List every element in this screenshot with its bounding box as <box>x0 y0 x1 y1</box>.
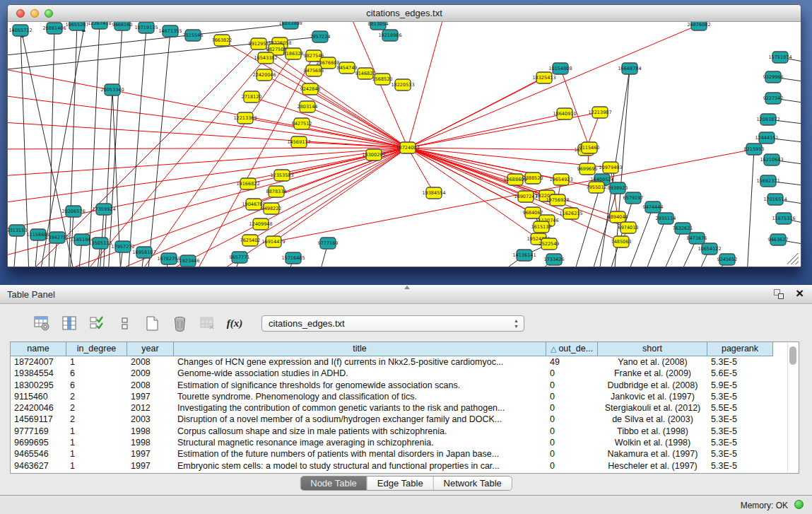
table-cell[interactable]: 5.3E-5 <box>707 414 773 425</box>
graph-node[interactable]: 9242848 <box>300 83 321 95</box>
graph-node[interactable]: 8186328 <box>283 48 304 59</box>
graph-node[interactable]: 6579197 <box>623 192 644 204</box>
column-header-out-de-[interactable]: △out_de... <box>546 342 598 356</box>
column-header-pagerank[interactable]: pagerank <box>707 342 773 356</box>
table-cell[interactable]: 1 <box>66 426 127 437</box>
graph-node[interactable]: 12213369 <box>233 112 257 124</box>
graph-node[interactable]: 11675316 <box>772 213 795 224</box>
table-cell[interactable]: 2 <box>66 391 127 402</box>
table-row[interactable]: 911546021997Tourette syndrome. Phenomeno… <box>11 391 799 402</box>
graph-node[interactable]: 2522549 <box>539 238 560 250</box>
graph-node[interactable]: 8475685 <box>304 65 324 76</box>
table-cell[interactable]: 2009 <box>127 368 174 379</box>
tab-network-table[interactable]: Network Table <box>433 477 512 490</box>
table-cell[interactable]: 1 <box>66 437 127 448</box>
graph-edge[interactable] <box>266 58 408 148</box>
table-cell[interactable]: 1997 <box>127 391 174 402</box>
graph-node[interactable]: 8454749 <box>337 62 358 74</box>
column-header-name[interactable]: name <box>11 342 66 356</box>
table-cell[interactable]: 5.9E-5 <box>707 380 773 391</box>
graph-node[interactable]: 16914479 <box>261 236 285 247</box>
graph-node[interactable]: 17016514 <box>763 194 787 205</box>
graph-node[interactable]: 19654923 <box>549 174 572 185</box>
table-source-dropdown[interactable]: citations_edges.txt▲▼ <box>261 315 524 332</box>
table-cell[interactable]: 14569117 <box>11 414 66 425</box>
graph-node[interactable]: 7663822 <box>212 35 233 46</box>
graph-node[interactable]: 9657771 <box>230 252 250 263</box>
table-cell[interactable]: de Silva et al. (2003) <box>598 414 707 425</box>
graph-node[interactable]: 10655287 <box>65 22 88 30</box>
table-cell[interactable]: 19384554 <box>11 368 66 379</box>
graph-node[interactable]: 9313153 <box>8 225 27 236</box>
graph-edge[interactable] <box>627 207 653 267</box>
table-row[interactable]: 946554611997Estimation of the future num… <box>11 448 799 460</box>
table-row[interactable]: 946362711997Embryonic stem cells: a mode… <box>11 460 799 472</box>
graph-node[interactable]: 8471676 <box>687 233 707 244</box>
table-cell[interactable]: 0 <box>546 414 598 425</box>
graph-node[interactable]: 19218986 <box>378 30 401 41</box>
import-table-disabled-icon[interactable] <box>198 314 216 332</box>
float-panel-icon[interactable] <box>774 289 784 299</box>
graph-node[interactable]: 8427512 <box>292 118 312 129</box>
vertical-scrollbar[interactable] <box>787 342 798 473</box>
graph-node[interactable]: 7625402 <box>240 235 261 246</box>
table-cell[interactable]: 9777169 <box>11 426 66 437</box>
table-cell[interactable]: Stergiakouli et al. (2012) <box>598 402 707 414</box>
graph-node[interactable]: 8215953 <box>744 144 765 155</box>
network-graph[interactable]: 1405571220891406106552871226741894661601… <box>8 22 801 267</box>
table-cell[interactable]: 1 <box>66 448 127 460</box>
graph-node[interactable]: 20891406 <box>42 23 66 34</box>
table-cell[interactable]: Dudbridge et al. (2008) <box>598 380 707 391</box>
graph-node[interactable]: 10979493 <box>599 162 622 173</box>
graph-node[interactable]: 16648784 <box>618 63 641 74</box>
table-cell[interactable]: Nakamura et al. (1997) <box>598 448 707 460</box>
graph-node[interactable]: 9245652 <box>717 254 738 265</box>
column-header-title[interactable]: title <box>174 342 546 356</box>
table-cell[interactable]: 1997 <box>127 448 174 460</box>
graph-edge[interactable] <box>408 148 586 150</box>
column-header-year[interactable]: year <box>127 342 174 356</box>
row-check-icon[interactable] <box>88 314 106 332</box>
table-cell[interactable]: Structural magnetic resonance image aver… <box>174 437 546 448</box>
column-header-in-degree[interactable]: in_degree <box>66 342 127 356</box>
graph-node[interactable]: 8813054 <box>368 22 389 30</box>
table-cell[interactable]: 9115460 <box>11 391 66 402</box>
graph-node[interactable]: 9699695 <box>577 163 598 175</box>
table-cell[interactable]: Genome-wide association studies in ADHD. <box>174 368 546 379</box>
graph-node[interactable]: 15692371 <box>756 175 779 187</box>
table-cell[interactable]: 0 <box>546 448 598 460</box>
graph-edge[interactable] <box>252 97 408 148</box>
table-cell[interactable]: 2003 <box>127 414 174 425</box>
table-cell[interactable]: 0 <box>546 391 598 402</box>
graph-node[interactable]: 2803144 <box>298 101 318 112</box>
graph-edge[interactable] <box>8 148 408 149</box>
graph-node[interactable]: 14671355 <box>158 25 182 37</box>
table-cell[interactable]: 0 <box>546 368 598 379</box>
column-select-icon[interactable] <box>60 314 78 332</box>
table-cell[interactable]: 18300295 <box>11 380 66 391</box>
graph-node[interactable]: 2935114 <box>656 213 676 224</box>
graph-node[interactable]: 19384554 <box>422 187 445 199</box>
table-cell[interactable]: Franke et al. (2009) <box>598 368 707 379</box>
graph-node[interactable]: 16033809 <box>278 22 302 29</box>
table-cell[interactable]: 1 <box>66 460 127 472</box>
graph-node[interactable]: 15716485 <box>281 252 305 264</box>
graph-edge[interactable] <box>644 218 666 267</box>
table-cell[interactable]: Tourette syndrome. Phenomenology and cla… <box>174 391 546 402</box>
function-builder-icon[interactable]: f(x) <box>225 314 244 332</box>
table-cell[interactable]: 9699695 <box>11 437 66 448</box>
graph-node[interactable]: 12267418 <box>88 22 111 29</box>
table-row[interactable]: 1830029562008Estimation of significance … <box>11 380 799 391</box>
table-cell[interactable]: Corpus callosum shape and size in male p… <box>174 426 546 437</box>
graph-node[interactable]: 10654122 <box>698 243 721 255</box>
table-cell[interactable]: 5.6E-5 <box>707 368 773 379</box>
graph-node[interactable]: 1568520 <box>372 74 393 85</box>
graph-edge[interactable] <box>747 149 754 267</box>
table-cell[interactable]: 5.3E-5 <box>707 356 773 368</box>
table-cell[interactable]: 0 <box>546 437 598 448</box>
table-cell[interactable]: 5.3E-5 <box>707 448 773 460</box>
table-cell[interactable]: Tibbo et al. (1998) <box>598 426 707 437</box>
graph-node[interactable]: 7515546 <box>183 30 204 41</box>
graph-edge[interactable] <box>408 148 515 180</box>
close-panel-icon[interactable]: × <box>796 286 804 301</box>
